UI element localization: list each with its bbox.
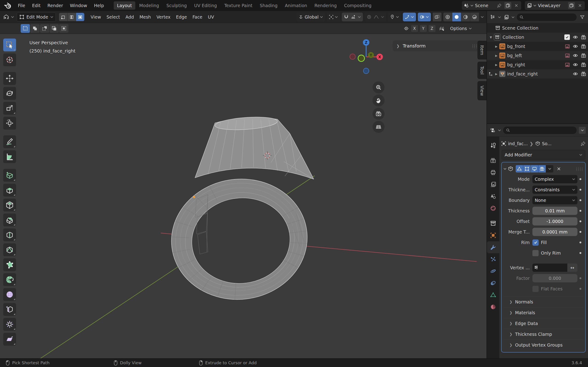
- boundary-dropdown[interactable]: None: [532, 196, 578, 204]
- menu-view[interactable]: View: [88, 13, 104, 21]
- subpanel-edge-data[interactable]: ❯Edge Data: [503, 318, 583, 329]
- chevron-down-icon[interactable]: [11, 16, 14, 18]
- render-visibility-icon[interactable]: [581, 62, 586, 67]
- tab-render-properties[interactable]: [487, 155, 499, 167]
- tab-collection-properties[interactable]: [487, 217, 499, 229]
- toggle-realtime[interactable]: [531, 165, 538, 173]
- subpanel-normals[interactable]: ❯Normals: [503, 296, 583, 307]
- toggle-on-cage[interactable]: [516, 165, 523, 173]
- transform-tool[interactable]: [3, 117, 16, 130]
- scale-tool[interactable]: [3, 102, 16, 115]
- tab-rendering[interactable]: Rendering: [311, 1, 340, 10]
- animate-dot[interactable]: [578, 220, 583, 222]
- tab-sculpting[interactable]: Sculpting: [163, 1, 190, 10]
- gizmos-toggle[interactable]: [403, 13, 416, 21]
- expand-arrow-icon[interactable]: ▶: [495, 63, 498, 67]
- toggle-render[interactable]: [538, 165, 546, 173]
- delete-modifier-icon[interactable]: [556, 167, 561, 171]
- menu-mesh[interactable]: Mesh: [137, 13, 154, 21]
- select-intersect-button[interactable]: [59, 24, 69, 33]
- tab-particle-properties[interactable]: [487, 253, 499, 265]
- filter-button[interactable]: [579, 14, 586, 21]
- menu-add[interactable]: Add: [123, 13, 137, 21]
- loop-cut-tool[interactable]: [3, 228, 16, 241]
- tab-view[interactable]: View: [477, 81, 486, 100]
- animate-dot[interactable]: [578, 178, 583, 180]
- menu-render[interactable]: Render: [44, 2, 66, 9]
- pan-view-button[interactable]: [372, 94, 384, 106]
- chevron-down-icon[interactable]: [498, 16, 501, 18]
- animate-dot[interactable]: [578, 242, 583, 243]
- mirror-x-button[interactable]: X: [411, 25, 418, 32]
- new-scene-button[interactable]: [504, 2, 511, 9]
- breadcrumb-modifier[interactable]: So...: [542, 141, 552, 146]
- new-viewlayer-button[interactable]: [568, 2, 575, 9]
- select-set-button[interactable]: [21, 24, 30, 33]
- mirror-z-button[interactable]: Z: [429, 25, 435, 32]
- outliner-row-collection[interactable]: ▼ Collection: [487, 33, 588, 42]
- chevron-down-icon[interactable]: [358, 16, 361, 18]
- spin-tool[interactable]: [3, 273, 16, 286]
- expand-arrow-icon[interactable]: ▶: [495, 72, 498, 76]
- thickness-field[interactable]: 0.01 mm: [532, 207, 578, 215]
- pin-scene-icon[interactable]: [496, 2, 503, 9]
- menu-vertex[interactable]: Vertex: [154, 13, 173, 21]
- edge-slide-tool[interactable]: [3, 303, 16, 316]
- pin-id-icon[interactable]: [581, 141, 586, 146]
- add-cube-tool[interactable]: [3, 169, 16, 182]
- snap-target-icon[interactable]: [351, 15, 355, 19]
- animate-dot[interactable]: [578, 252, 583, 254]
- tab-modifier-properties[interactable]: [487, 241, 499, 253]
- modifier-extras-chevron[interactable]: [546, 165, 553, 173]
- mode-selector[interactable]: Edit Mode: [17, 12, 56, 22]
- outliner-type-button[interactable]: [489, 14, 496, 21]
- snap-base-icon[interactable]: [439, 26, 445, 31]
- measure-tool[interactable]: [3, 150, 16, 163]
- shear-tool[interactable]: [3, 333, 16, 346]
- chevron-down-icon[interactable]: [498, 129, 501, 131]
- tab-modeling[interactable]: Modeling: [136, 1, 162, 10]
- properties-options-button[interactable]: [579, 127, 586, 134]
- shrink-fatten-tool[interactable]: [3, 318, 16, 331]
- invert-vertex-group-button[interactable]: ↔: [567, 264, 578, 272]
- subpanel-thickness-clamp[interactable]: ❯Thickness Clamp: [503, 329, 583, 340]
- proportional-edit-group[interactable]: [365, 13, 386, 21]
- solid-shading-button[interactable]: [452, 13, 461, 21]
- render-visibility-icon[interactable]: [581, 44, 586, 49]
- vertex-group-field[interactable]: ↔: [532, 264, 578, 272]
- outliner-row-bg-left[interactable]: ▶ bg_left: [487, 51, 588, 60]
- edge-select-button[interactable]: [68, 13, 76, 21]
- snap-magnet-icon[interactable]: [344, 15, 349, 19]
- hide-eye-icon[interactable]: [573, 34, 578, 40]
- rendered-shading-button[interactable]: [470, 13, 479, 21]
- breadcrumb-object[interactable]: ind_fac...: [508, 141, 528, 146]
- axis-gizmo[interactable]: Y Z X: [345, 36, 395, 87]
- xray-toggle[interactable]: [433, 13, 441, 21]
- knife-tool[interactable]: [3, 243, 16, 256]
- collapse-chevron-icon[interactable]: [503, 168, 506, 170]
- menu-edge[interactable]: Edge: [173, 13, 190, 21]
- scene-icon[interactable]: [464, 3, 469, 8]
- tab-texture-paint[interactable]: Texture Paint: [221, 1, 256, 10]
- material-preview-button[interactable]: [461, 13, 470, 21]
- properties-search-input[interactable]: [503, 126, 577, 134]
- select-box-tool[interactable]: [3, 39, 16, 51]
- transform-orientation-dropdown[interactable]: Global: [296, 13, 325, 21]
- zoom-view-button[interactable]: [372, 81, 384, 93]
- tab-object-properties[interactable]: [487, 229, 499, 241]
- camera-view-button[interactable]: [372, 108, 384, 120]
- tab-scene-properties[interactable]: [487, 190, 499, 202]
- tab-tool[interactable]: Tool: [477, 62, 486, 79]
- shading-options-chevron[interactable]: [481, 16, 484, 18]
- select-extend-button[interactable]: [30, 24, 40, 33]
- tab-output-properties[interactable]: [487, 167, 499, 178]
- offset-field[interactable]: -1.0000: [532, 217, 578, 225]
- extrude-region-tool[interactable]: [3, 184, 16, 197]
- animate-dot[interactable]: [578, 210, 583, 212]
- bevel-tool[interactable]: [3, 214, 16, 226]
- editor-type-button[interactable]: [3, 14, 10, 20]
- hide-eye-icon[interactable]: [573, 53, 578, 58]
- subpanel-materials[interactable]: ❯Materials: [503, 307, 583, 318]
- properties-type-button[interactable]: [489, 127, 496, 134]
- tab-uv-editing[interactable]: UV Editing: [191, 1, 220, 10]
